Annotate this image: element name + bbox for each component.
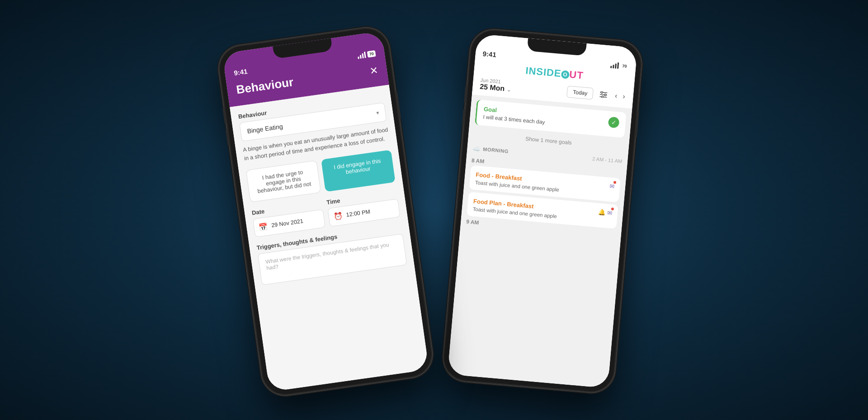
date-value: 29 Nov 2021 bbox=[271, 217, 303, 228]
signal-bars-right bbox=[610, 61, 619, 69]
food-breakfast-title: Food - Breakfast bbox=[476, 171, 522, 182]
notification-dot bbox=[613, 181, 617, 184]
right-phone-screen: 9:41 70 INSIDEOU bbox=[448, 33, 638, 388]
today-button[interactable]: Today bbox=[566, 85, 594, 99]
signal-bar-r2 bbox=[613, 64, 614, 68]
morning-label: MORNING bbox=[483, 146, 509, 154]
signal-bar-r1 bbox=[610, 66, 612, 68]
envelope-with-dot: ✉ bbox=[609, 182, 615, 190]
right-phone: 9:41 70 INSIDEOU bbox=[442, 28, 644, 394]
left-phone: 9:41 70 Behaviour bbox=[216, 25, 435, 398]
next-arrow-icon[interactable]: › bbox=[622, 92, 627, 101]
date-group: Date 📅 29 Nov 2021 bbox=[251, 199, 326, 237]
date-info: Jun 2021 25 Mon ⌄ bbox=[480, 77, 512, 93]
left-phone-screen: 9:41 70 Behaviour bbox=[222, 31, 429, 392]
behaviour-screen-title: Behaviour bbox=[236, 75, 294, 97]
insideout-body: Goal I will eat 3 times each day ✓ Show … bbox=[448, 94, 632, 388]
insideout-screen: 9:41 70 INSIDEOU bbox=[448, 33, 638, 388]
choice-engage-button[interactable]: I did engage in this behaviour bbox=[321, 149, 396, 191]
close-button[interactable]: ✕ bbox=[369, 64, 378, 77]
phones-container: 9:41 70 Behaviour bbox=[0, 0, 868, 420]
volume-up-button[interactable] bbox=[222, 107, 226, 123]
choice-urge-button[interactable]: I had the urge to engage in this behavio… bbox=[246, 160, 321, 202]
right-volume-down-button[interactable] bbox=[462, 109, 465, 125]
morning-time-range: 2 AM - 11 AM bbox=[592, 156, 623, 164]
logo-inside-text: INSIDE bbox=[525, 65, 561, 79]
chevron-down-icon[interactable]: ⌄ bbox=[506, 85, 512, 93]
logo-circle-o: O bbox=[561, 70, 570, 79]
status-icons-right: 70 bbox=[610, 61, 629, 69]
filter-button[interactable] bbox=[596, 87, 611, 102]
svg-point-4 bbox=[604, 94, 606, 95]
choice-engage-label: I did engage in this behaviour bbox=[333, 157, 381, 175]
signal-bar-2 bbox=[360, 54, 362, 58]
right-battery-badge: 70 bbox=[620, 62, 629, 70]
volume-down-button[interactable] bbox=[226, 129, 230, 146]
signal-bars-left bbox=[357, 51, 366, 58]
svg-point-5 bbox=[602, 96, 604, 98]
signal-bar-r4 bbox=[617, 62, 619, 68]
right-power-button[interactable] bbox=[635, 110, 639, 137]
left-status-time: 9:41 bbox=[233, 67, 248, 76]
logo-ut-text: UT bbox=[569, 68, 584, 81]
section-label-row: ☁️ MORNING bbox=[472, 144, 509, 155]
calendar-icon: 📅 bbox=[258, 222, 268, 231]
prev-arrow-icon[interactable]: ‹ bbox=[613, 91, 618, 100]
envelope-icon: ✉ bbox=[609, 183, 615, 190]
status-icons-left: 70 bbox=[357, 50, 376, 58]
bell-icon: 🔔 bbox=[598, 208, 606, 216]
envelope-with-dot-2: ✉ bbox=[607, 208, 613, 217]
time-value: 12:00 PM bbox=[346, 208, 371, 218]
dropdown-selected-value: Binge Eating bbox=[247, 123, 283, 135]
signal-bar-1 bbox=[358, 56, 359, 58]
filter-icon bbox=[599, 91, 608, 98]
right-status-time: 9:41 bbox=[482, 49, 496, 58]
left-battery-badge: 70 bbox=[367, 50, 376, 57]
time-group: Time ⏰ 12:00 PM bbox=[326, 189, 400, 227]
food-plan-breakfast-icons: 🔔 ✉ bbox=[598, 208, 612, 217]
goal-content: Goal I will eat 3 times each day bbox=[483, 105, 609, 131]
behaviour-body: Behaviour Binge Eating ▾ A binge is when… bbox=[230, 85, 429, 392]
goal-check-icon: ✓ bbox=[608, 116, 620, 128]
power-button[interactable] bbox=[396, 92, 401, 119]
signal-bar-4 bbox=[364, 51, 366, 57]
svg-point-3 bbox=[601, 91, 603, 93]
signal-bar-3 bbox=[362, 53, 364, 58]
signal-bar-r3 bbox=[615, 63, 617, 68]
morning-icon: ☁️ bbox=[472, 144, 481, 152]
envelope-icon-2: ✉ bbox=[607, 209, 612, 217]
clock-icon: ⏰ bbox=[333, 211, 343, 221]
notification-dot-2 bbox=[611, 207, 614, 210]
right-volume-up-button[interactable] bbox=[464, 86, 467, 102]
behaviour-screen: 9:41 70 Behaviour bbox=[222, 31, 429, 392]
dropdown-arrow-icon: ▾ bbox=[376, 109, 379, 116]
food-breakfast-icons: ✉ bbox=[609, 182, 615, 190]
choice-urge-label: I had the urge to engage in this behavio… bbox=[257, 169, 311, 194]
